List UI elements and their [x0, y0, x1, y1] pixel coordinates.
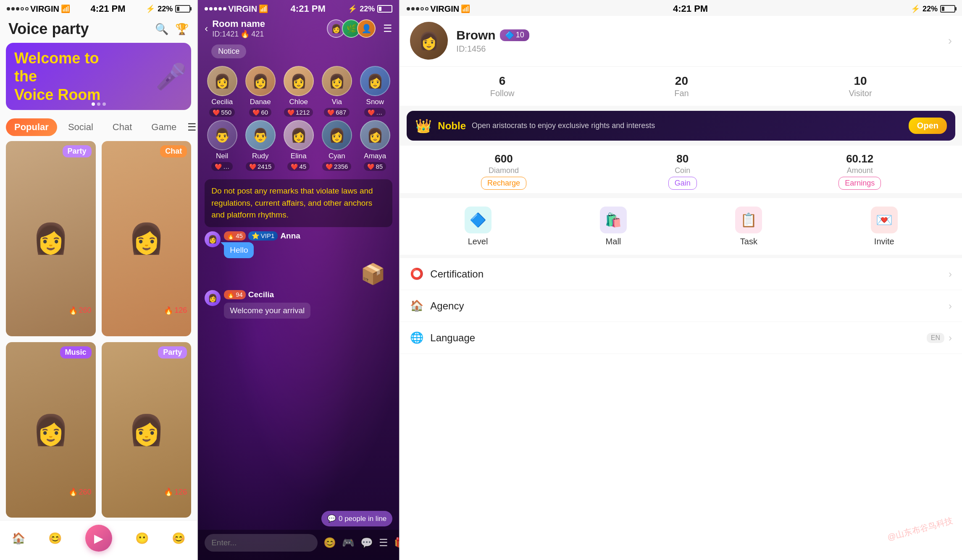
menu-item-certification[interactable]: ⭕ Certification ›	[400, 258, 962, 290]
treasure-box-icon[interactable]: 📦	[360, 262, 386, 286]
tab-game[interactable]: Game	[143, 118, 185, 136]
language-badge: EN	[927, 333, 944, 343]
nav-play[interactable]: ▶	[85, 525, 112, 552]
host-rudy[interactable]: 👨 Rudy ❤️ 2415	[243, 120, 278, 171]
chat-input[interactable]	[205, 534, 318, 552]
bubble-arrow-anna	[221, 242, 227, 249]
emoji-input-icon[interactable]: 😊	[323, 537, 336, 549]
p1-grid: 👩 Party 🔥 260 Come to the room... 🇮🇳 👩 C…	[0, 139, 197, 520]
host-amaya[interactable]: 👩 Amaya ❤️ 85	[357, 120, 392, 171]
back-button[interactable]: ‹	[205, 23, 208, 34]
action-level[interactable]: 🔷 Level	[465, 207, 492, 246]
crown-icon: 👑	[415, 118, 432, 134]
social-icon: 😊	[48, 532, 62, 545]
dot3-4	[421, 7, 424, 10]
dot2	[11, 7, 15, 10]
battery-fill-1	[177, 7, 179, 11]
host-avatar-danae: 👩	[245, 66, 276, 96]
host-avatar-rudy: 👨	[245, 120, 276, 150]
task-icon-box: 📋	[735, 207, 762, 233]
p1-banner[interactable]: Welcome to the Voice Room 🎤	[6, 43, 191, 110]
msg-cecilia: 👩 🔥 94 Cecilia Welcome your arrival	[205, 290, 392, 319]
noble-banner[interactable]: 👑 Noble Open aristocrats to enjoy exclus…	[407, 111, 955, 141]
tab-social[interactable]: Social	[60, 118, 102, 136]
host-name-danae: Danae	[250, 98, 271, 106]
host-cecilia[interactable]: 👩 Cecilia ❤️ 550	[205, 66, 239, 117]
gift-icon[interactable]: 🎁	[394, 537, 399, 549]
earnings-button[interactable]: Earnings	[838, 177, 881, 190]
host-cyan[interactable]: 👩 Cyan ❤️ 2356	[319, 120, 354, 171]
host-hearts-via: ❤️ 687	[324, 108, 350, 117]
action-mall[interactable]: 🛍️ Mall	[600, 207, 627, 246]
profile-chevron-icon[interactable]: ›	[948, 34, 952, 47]
host-name-cecilia: Cecilia	[211, 98, 233, 106]
currency-diamond: 600 Diamond Recharge	[481, 152, 526, 190]
currency-coin: 80 Coin Gain	[668, 152, 697, 190]
host-elina[interactable]: 👩 Elina ❤️ 45	[281, 120, 316, 171]
card-chat-126[interactable]: 👩 Chat 🔥 126 Live Today 🇮🇳	[102, 141, 192, 336]
gain-button[interactable]: Gain	[668, 177, 697, 190]
nav-home[interactable]: 🏠	[12, 532, 25, 545]
noble-label: Noble	[438, 120, 466, 132]
dot4	[21, 7, 24, 10]
play-button[interactable]: ▶	[85, 525, 112, 552]
room-menu-icon[interactable]: ☰	[383, 23, 392, 34]
mall-icon-box: 🛍️	[600, 207, 627, 233]
p2-chat-area: Do not post any remarks that violate law…	[198, 176, 399, 511]
host-hearts-chloe: ❤️ 1212	[284, 108, 313, 117]
host-name-neil: Neil	[216, 152, 228, 160]
search-icon[interactable]: 🔍	[155, 23, 168, 36]
host-name-rudy: Rudy	[252, 152, 269, 160]
gamepad-icon[interactable]: 🎮	[342, 537, 355, 549]
host-neil[interactable]: 👨 Neil ❤️ …	[205, 120, 239, 171]
queue-icon: 💬	[327, 514, 336, 523]
dot2-4	[218, 7, 222, 10]
host-chloe[interactable]: 👩 Chloe ❤️ 1212	[281, 66, 316, 117]
tabs-more-icon[interactable]: ☰	[187, 121, 197, 133]
status-right-1: ⚡ 22%	[146, 4, 190, 13]
card-party-260[interactable]: 👩 Party 🔥 260 Come to the room... 🇮🇳	[6, 141, 96, 336]
msg-subtext-cecilia: Welcome your arrival	[224, 303, 310, 319]
card-party-126[interactable]: 👩 Party 🔥 126	[102, 342, 192, 518]
msg-avatar-anna: 👩	[205, 231, 221, 247]
notice-button[interactable]: Notice	[211, 44, 246, 58]
nav-social[interactable]: 😊	[48, 532, 62, 545]
action-task[interactable]: 📋 Task	[735, 207, 762, 246]
menu-item-language[interactable]: 🌐 Language EN ›	[400, 322, 962, 354]
message-icon[interactable]: 💬	[360, 537, 373, 549]
banner-line1: Welcome to the	[14, 50, 99, 85]
menu-icon[interactable]: ☰	[379, 537, 388, 549]
p2-input-bar: 😊 🎮 💬 ☰ 🎁	[198, 530, 399, 560]
profile-icon: 😊	[172, 532, 185, 545]
noble-open-button[interactable]: Open	[909, 118, 947, 134]
menu-item-agency[interactable]: 🏠 Agency ›	[400, 290, 962, 322]
tab-popular[interactable]: Popular	[6, 118, 57, 136]
wifi-icon-3: 📶	[461, 4, 470, 13]
stat-fan: 20 Fan	[674, 74, 689, 98]
nav-chat[interactable]: 😶	[135, 532, 149, 545]
host-hearts-amaya: ❤️ 85	[364, 162, 386, 171]
queue-button[interactable]: 💬 0 people in line	[321, 511, 392, 526]
nav-profile[interactable]: 😊	[172, 532, 185, 545]
host-avatar-neil: 👨	[207, 120, 237, 150]
trophy-icon[interactable]: 🏆	[175, 23, 189, 36]
host-snow[interactable]: 👩 Snow ❤️ …	[357, 66, 392, 117]
wifi-icon-1: 📶	[61, 4, 70, 13]
signal-dots-2	[205, 7, 226, 10]
host-name-elina: Elina	[291, 152, 307, 160]
certification-chevron-icon: ›	[949, 268, 952, 280]
tab-chat[interactable]: Chat	[104, 118, 140, 136]
card-music-260[interactable]: 👩 Music 🔥 260	[6, 342, 96, 518]
level-icon: 🔷	[505, 31, 514, 40]
hearts-count-3: 1212	[296, 109, 310, 116]
status-right-2: ⚡ 22%	[348, 4, 392, 13]
recharge-button[interactable]: Recharge	[481, 177, 526, 190]
card-fire-3: 🔥 260	[68, 487, 92, 497]
level-badge: 🔷 10	[500, 29, 529, 41]
host-via[interactable]: 👩 Via ❤️ 687	[319, 66, 354, 117]
host-name-via: Via	[332, 98, 342, 106]
action-invite[interactable]: 💌 Invite	[871, 207, 898, 246]
p1-header-icons: 🔍 🏆	[155, 23, 189, 36]
host-avatar-cecilia: 👩	[207, 66, 237, 96]
host-danae[interactable]: 👩 Danae ❤️ 60	[243, 66, 278, 117]
